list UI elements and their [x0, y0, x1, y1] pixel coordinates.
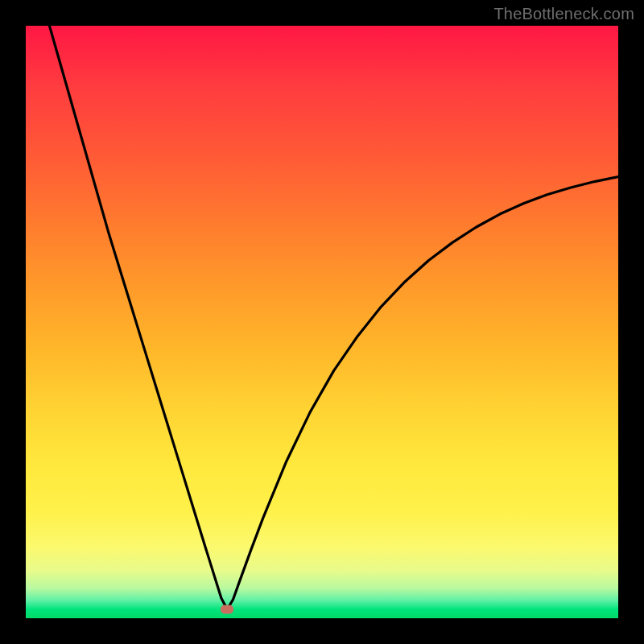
- watermark-text: TheBottleneck.com: [493, 5, 634, 23]
- chart-frame: TheBottleneck.com: [0, 0, 644, 644]
- bottleneck-curve: [26, 26, 618, 618]
- optimal-point-marker: [221, 605, 233, 613]
- chart-plot-area: [26, 26, 618, 618]
